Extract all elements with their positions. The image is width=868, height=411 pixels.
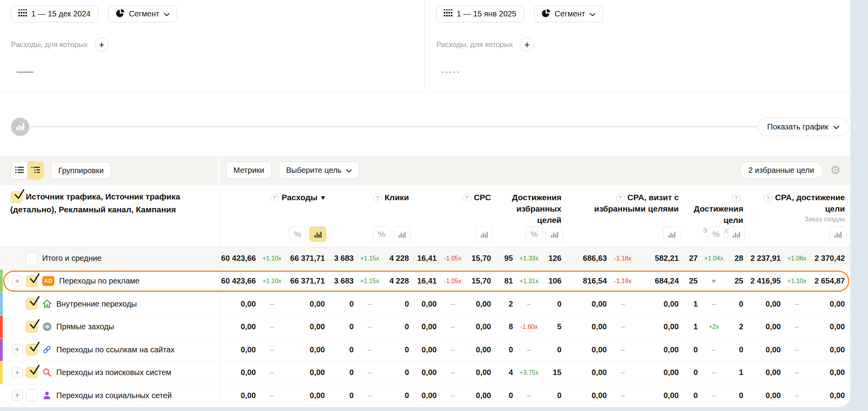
table-row[interactable]: Итого и средние60 423,66+1.10x66 371,713… <box>0 247 850 269</box>
add-costs-button-b[interactable]: + <box>520 38 534 52</box>
column-display-toggles <box>829 226 846 242</box>
percent-toggle[interactable]: % <box>289 226 306 242</box>
percent-toggle[interactable]: % <box>373 226 390 242</box>
percent-toggle[interactable]: % <box>707 226 725 242</box>
value-period1: 0 <box>330 368 354 377</box>
add-costs-button-a[interactable]: + <box>95 38 109 52</box>
metric-cell: 0,00–0,00 <box>219 345 330 354</box>
metric-cells: 0,00–0,000–00,00–0,002–00,00–0,001–00,00… <box>219 293 850 316</box>
column-header[interactable]: ?CPA, визит с избранными целями <box>567 185 684 247</box>
link-icon <box>42 345 52 354</box>
pie-chart-icon <box>542 9 551 20</box>
column-header[interactable]: ?Расходы▼% <box>219 185 330 247</box>
plus-icon: + <box>99 39 105 50</box>
chart-type-bubble <box>11 118 29 136</box>
help-icon[interactable]: ? <box>732 194 741 202</box>
metrics-button[interactable]: Метрики <box>226 162 272 179</box>
metric-cell: 16,41-1.05x15,70 <box>414 254 497 263</box>
bars-toggle[interactable] <box>829 226 846 242</box>
slider-track <box>29 126 757 127</box>
delta-value: – <box>354 368 386 377</box>
select-all-checkbox[interactable] <box>11 191 22 203</box>
value-period1: 0,00 <box>219 300 256 309</box>
row-checkbox[interactable] <box>26 298 38 310</box>
row-label: Переходы из социальных сетей <box>56 391 172 400</box>
table-row[interactable]: +Переходы из поисковых систем0,00–0,000–… <box>0 361 850 384</box>
help-icon[interactable]: ? <box>270 194 279 202</box>
bars-toggle[interactable] <box>475 226 493 242</box>
column-display-toggles: % <box>525 226 563 242</box>
delta-value: – <box>698 391 730 400</box>
row-checkbox[interactable] <box>26 367 38 379</box>
segment-label: Сегмент <box>129 9 160 18</box>
row-checkbox[interactable] <box>26 344 38 355</box>
groupings-button[interactable]: Группировки <box>51 162 111 179</box>
delta-value: – <box>607 346 639 354</box>
column-header[interactable]: ?CPA, достижение целиЗаказ создан <box>749 185 850 247</box>
row-checkbox[interactable] <box>26 389 38 401</box>
help-icon[interactable]: ? <box>616 194 625 202</box>
date-range-button-b[interactable]: 1 — 15 янв 2025 <box>436 5 524 22</box>
column-display-toggles: % <box>373 226 411 242</box>
sort-desc-icon[interactable]: ▼ <box>321 195 325 201</box>
expand-button[interactable]: + <box>12 344 23 355</box>
bars-toggle[interactable] <box>393 226 411 242</box>
column-header[interactable]: ?Клики% <box>330 185 414 247</box>
settings-gear-button[interactable]: ⚙ <box>830 164 841 176</box>
delta-value: – <box>781 300 813 308</box>
value-period2: 0,00 <box>813 322 845 331</box>
date-range-button-a[interactable]: 1 — 15 дек 2024 <box>11 5 98 22</box>
column-label: CPA, достижение цели <box>775 193 845 213</box>
value-period2: 0,00 <box>288 345 325 354</box>
column-header[interactable]: ?CPC <box>414 185 497 247</box>
row-checkbox[interactable] <box>26 321 38 333</box>
bars-toggle[interactable] <box>728 226 745 242</box>
value-period2: 0 <box>386 368 409 377</box>
bars-toggle[interactable] <box>546 226 563 242</box>
expand-button[interactable]: + <box>12 367 23 378</box>
help-icon[interactable]: ? <box>463 194 471 202</box>
metric-cell: 0,00–0,00 <box>414 322 497 331</box>
view-toggle-tree[interactable] <box>27 162 43 179</box>
segment-button-a[interactable]: Сегмент <box>108 5 177 22</box>
delta-value: – <box>607 368 639 377</box>
column-header[interactable]: Достижения избранных целей% <box>497 185 567 247</box>
table-toolbar: Группировки Метрики Выберите цель 2 избр… <box>0 156 850 185</box>
help-icon[interactable]: ? <box>764 194 772 202</box>
delta-value: -1.18x <box>607 255 639 262</box>
row-checkbox[interactable] <box>26 253 38 264</box>
column-display-toggles <box>475 226 493 242</box>
row-checkbox[interactable] <box>26 275 38 287</box>
date-range-label: 1 — 15 янв 2025 <box>457 9 516 18</box>
column-header[interactable]: ?Достижения целиЗаказ создан% <box>684 185 749 247</box>
table-row[interactable]: +Переходы из социальных сетей0,00–0,000–… <box>0 384 850 407</box>
percent-toggle[interactable]: % <box>525 226 543 242</box>
select-goal-button[interactable]: Выберите цель <box>279 162 359 179</box>
table-row[interactable]: Прямые заходы0,00–0,000–00,00–0,008-1.60… <box>0 315 850 338</box>
segment-button-b[interactable]: Сегмент <box>534 5 603 22</box>
bar-chart-icon <box>16 122 25 132</box>
delta-value: – <box>781 323 813 331</box>
value-period1: 0,00 <box>567 368 607 377</box>
view-toggle-list[interactable] <box>11 162 27 179</box>
value-period2: 0 <box>386 345 409 354</box>
show-chart-button[interactable]: Показать график <box>757 118 849 136</box>
metric-cell: 8-1.60x5 <box>497 322 567 331</box>
report-card: 1 — 15 дек 2024 Сегмент Расходы, для кот… <box>0 0 850 407</box>
table-row[interactable]: Внутренние переходы0,00–0,000–00,00–0,00… <box>0 293 850 316</box>
table-row[interactable]: +ADПереходы по рекламе60 423,66+1.10x66 … <box>0 269 850 293</box>
value-period1: 0,00 <box>567 322 607 331</box>
expand-button[interactable]: + <box>12 276 23 287</box>
expand-button[interactable]: + <box>12 390 23 401</box>
table-row[interactable]: +Переходы по ссылкам на сайтах0,00–0,000… <box>0 338 850 361</box>
metric-cell: 1+2x2 <box>684 322 749 331</box>
favorite-goals-button[interactable]: 2 избранные цели <box>739 162 823 179</box>
metric-cell: 2–0 <box>497 300 567 309</box>
delta-value: – <box>781 391 813 400</box>
bars-toggle[interactable] <box>663 226 680 242</box>
help-icon[interactable]: ? <box>373 194 382 202</box>
value-period1: 2 237,91 <box>749 254 781 263</box>
metric-cell: 0,00–0,00 <box>567 322 684 331</box>
bars-toggle[interactable] <box>309 226 326 242</box>
value-period1: 60 423,66 <box>219 254 256 263</box>
